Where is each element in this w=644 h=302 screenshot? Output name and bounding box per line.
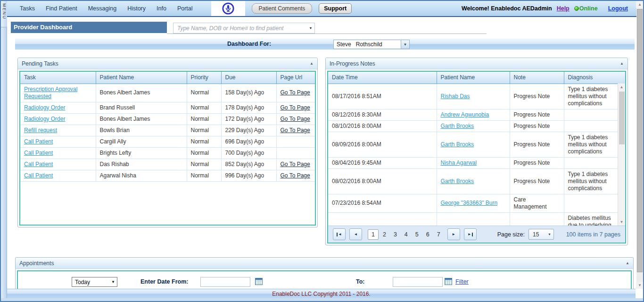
note-type-cell: Progress Note xyxy=(510,157,564,168)
pending-task-row: Refill requestBowls BrianNormal229 Day(s… xyxy=(20,125,315,136)
provider-select[interactable]: Steve Rothschild ▼ xyxy=(333,40,410,49)
nav-history[interactable]: History xyxy=(127,5,146,12)
patient-link[interactable]: Garth Brooks xyxy=(441,178,474,185)
scroll-down-icon[interactable]: ▼ xyxy=(618,218,626,226)
task-link[interactable]: Refill request xyxy=(24,127,57,134)
patient-link[interactable]: Nisha Agarwal xyxy=(441,159,477,166)
task-link[interactable]: Radiology Order xyxy=(24,104,65,111)
provider-select-value[interactable]: Steve Rothschild xyxy=(333,40,401,49)
column-header[interactable]: Priority xyxy=(187,72,221,84)
go-to-page-link[interactable]: Go To Page xyxy=(281,104,310,111)
dropdown-icon: ▼ xyxy=(111,280,115,284)
column-header[interactable]: Patient Name xyxy=(96,72,187,84)
provider-dropdown-icon[interactable]: ▼ xyxy=(401,40,410,49)
page-size-select[interactable]: 15 ▼ xyxy=(528,229,554,240)
help-link[interactable]: Help xyxy=(557,5,570,12)
date-time-cell: 07/23/2016 8:54AM xyxy=(328,194,437,212)
patient-comments-button[interactable]: Patient Comments xyxy=(252,3,313,14)
task-link[interactable]: Call Patient xyxy=(24,161,53,168)
next-page-button[interactable]: ► xyxy=(447,228,460,240)
welcome-text: Welcome! Enabledoc AEDadmin xyxy=(462,5,552,12)
patient-link[interactable]: Rishab Das xyxy=(441,93,470,100)
patient-link[interactable]: George "363663" Burn xyxy=(441,200,498,206)
prev-page-button[interactable]: ◄ xyxy=(349,228,362,240)
go-to-page-link[interactable]: Go To Page xyxy=(281,127,310,134)
go-to-page-link[interactable]: Go To Page xyxy=(281,116,310,122)
pending-tasks-header-row: TaskPatient NamePriorityDuePage Url xyxy=(20,72,315,84)
patient-link[interactable]: Andrew Agwunobia xyxy=(441,111,489,118)
first-page-button[interactable]: ◄ xyxy=(333,228,346,240)
page-number[interactable]: 6 xyxy=(423,230,433,239)
diagnosis-cell xyxy=(564,157,625,168)
task-link[interactable]: Call Patient xyxy=(24,172,53,179)
scroll-down-icon[interactable]: ▼ xyxy=(636,282,644,289)
nav-messaging[interactable]: Messaging xyxy=(88,5,116,12)
diagnosis-cell xyxy=(564,194,625,212)
calendar-icon[interactable] xyxy=(445,278,452,285)
go-to-page-link[interactable]: Go To Page xyxy=(281,172,310,179)
page-number[interactable]: 7 xyxy=(434,230,444,239)
menu-toggle[interactable]: MENU xyxy=(1,1,7,27)
in-progress-notes-header: In-Progress Notes ▲ xyxy=(326,58,627,69)
filter-link[interactable]: Filter xyxy=(455,278,469,285)
bottom-strip xyxy=(1,298,643,301)
patient-search-input[interactable] xyxy=(173,23,307,33)
note-row: 08/09/2016 8:00AMGarth BrooksProgress No… xyxy=(328,132,625,157)
patient-link[interactable]: Garth Brooks xyxy=(441,141,474,148)
page-number[interactable]: 3 xyxy=(390,230,400,239)
column-header[interactable]: Date Time xyxy=(328,72,437,84)
pending-task-row: Call PatientCargill AllyNormal696 Day(s)… xyxy=(20,136,315,147)
note-row: 08/12/2016 8:30AMAndrew AgwunobiaProgres… xyxy=(328,109,625,120)
nav-info[interactable]: Info xyxy=(157,5,166,12)
page-number[interactable]: 2 xyxy=(380,230,389,239)
date-from-input[interactable] xyxy=(200,277,250,287)
date-to-input[interactable] xyxy=(393,277,443,287)
page-size-value: 15 xyxy=(533,231,539,238)
scrollbar-thumb[interactable] xyxy=(637,9,643,272)
collapse-icon[interactable]: ▲ xyxy=(310,61,314,66)
date-range-select[interactable]: Today ▼ xyxy=(72,277,117,287)
main-scrollbar[interactable]: ▲ ▼ xyxy=(636,1,643,289)
search-dropdown-icon[interactable]: ▼ xyxy=(307,23,314,33)
task-link[interactable]: Prescription Approval Requested xyxy=(24,86,77,100)
scrollbar-thumb[interactable] xyxy=(619,92,625,144)
dictation-button[interactable] xyxy=(211,1,245,16)
calendar-icon[interactable] xyxy=(255,278,263,285)
task-link[interactable]: Call Patient xyxy=(24,150,53,156)
go-to-page-link[interactable]: Go To Page xyxy=(281,161,310,168)
page-number[interactable]: 5 xyxy=(412,230,422,239)
nav-portal[interactable]: Portal xyxy=(177,5,193,12)
collapse-icon[interactable]: ▲ xyxy=(626,261,629,265)
scroll-up-icon[interactable]: ▲ xyxy=(618,84,626,91)
support-button[interactable]: Support xyxy=(319,3,352,14)
task-link[interactable]: Radiology Order xyxy=(24,116,65,122)
go-to-page-link[interactable]: Go To Page xyxy=(281,89,310,96)
note-type-cell: Progress Note xyxy=(510,120,564,132)
column-header[interactable]: Patient Name xyxy=(437,72,510,84)
appointments-title: Appointments xyxy=(19,260,54,267)
due-cell: 158 Day(s) Ago xyxy=(221,84,276,102)
column-header[interactable]: Due xyxy=(221,72,276,84)
dashboard-for-label: Dashboard For: xyxy=(227,41,271,47)
nav-tasks[interactable]: Tasks xyxy=(20,5,35,12)
pending-tasks-title: Pending Tasks xyxy=(22,60,58,67)
nav-find-patient[interactable]: Find Patient xyxy=(46,5,77,12)
due-cell: 700 Day(s) Ago xyxy=(221,147,276,159)
collapse-icon[interactable]: ▲ xyxy=(620,61,624,66)
notes-scrollbar[interactable]: ▲ ▼ xyxy=(618,84,625,226)
patient-link[interactable]: Garth Brooks xyxy=(441,123,474,129)
column-header[interactable]: Page Url xyxy=(276,72,315,84)
logout-link[interactable]: Logout xyxy=(608,5,628,12)
column-header[interactable]: Task xyxy=(20,72,96,84)
appointments-header: Appointments ▲ xyxy=(16,258,633,269)
task-link[interactable]: Call Patient xyxy=(24,138,53,145)
date-from-label: Enter Date From: xyxy=(140,278,188,285)
page-number[interactable]: 1 xyxy=(368,229,379,240)
page-numbers: 1234567 xyxy=(368,229,445,240)
column-header[interactable]: Diagnosis xyxy=(564,72,625,84)
scroll-up-icon[interactable]: ▲ xyxy=(636,1,644,8)
column-header[interactable]: Note xyxy=(510,72,564,84)
page-number[interactable]: 4 xyxy=(401,230,411,239)
online-status-icon xyxy=(574,6,579,11)
last-page-button[interactable]: ► xyxy=(464,228,477,240)
